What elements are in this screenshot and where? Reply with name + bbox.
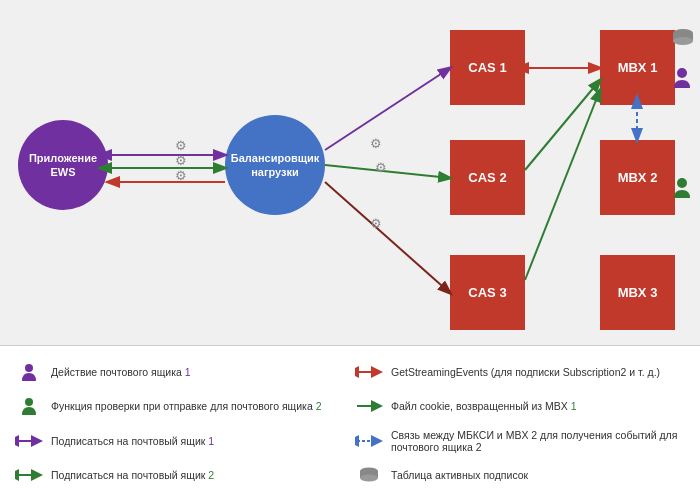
svg-point-3 [677,68,687,78]
legend-icon-red-bidir [355,366,383,378]
cas1-box: CAS 1 [450,30,525,105]
legend-text-2: Функция проверки при отправке для почтов… [51,400,322,412]
mbx2-box: MBX 2 [600,140,675,215]
legend-text-8: Таблица активных подписок [391,469,528,481]
mbx3-box: MBX 3 [600,255,675,330]
svg-text:⚙: ⚙ [370,136,382,151]
legend-item-2: Функция проверки при отправке для почтов… [15,390,345,422]
person-purple-icon [674,68,690,84]
svg-line-11 [325,68,450,150]
svg-point-4 [677,178,687,188]
svg-point-30 [360,474,378,481]
svg-text:⚙: ⚙ [375,160,387,175]
legend-icon-green-bidir [15,469,43,481]
mbx1-box: MBX 1 [600,30,675,105]
cas2-box: CAS 2 [450,140,525,215]
legend-icon-green-right [355,400,383,412]
legend-item-7: Связь между МБКСИ и MBX 2 для получения … [355,425,685,457]
legend-text-3: Подписаться на почтовый ящик 1 [51,435,214,447]
svg-line-18 [525,80,600,170]
legend-icon-person-purple [15,363,43,381]
legend-text-7: Связь между МБКСИ и MBX 2 для получения … [391,429,685,453]
person-green-icon [674,178,690,194]
legend-item-6: Файл cookie, возвращенный из MBX 1 [355,390,685,422]
svg-text:⚙: ⚙ [175,168,187,183]
svg-line-19 [525,90,600,280]
app-node: Приложение EWS [18,120,108,210]
legend-area: Действие почтового ящика 1 GetStreamingE… [0,345,700,501]
diagram-area: Приложение EWS Балансировщикнагрузки CAS… [0,0,700,345]
legend-item-8: Таблица активных подписок [355,459,685,491]
legend-text-6: Файл cookie, возвращенный из MBX 1 [391,400,577,412]
svg-line-12 [325,165,450,178]
legend-item-1: Действие почтового ящика 1 [15,356,345,388]
legend-text-1: Действие почтового ящика 1 [51,366,191,378]
svg-point-2 [673,37,693,45]
svg-line-13 [325,182,450,293]
legend-item-4: Подписаться на почтовый ящик 2 [15,459,345,491]
legend-text-4: Подписаться на почтовый ящик 2 [51,469,214,481]
svg-point-21 [25,364,33,372]
svg-point-23 [25,398,33,406]
legend-item-3: Подписаться на почтовый ящик 1 [15,425,345,457]
legend-icon-blue-dashed [355,435,383,447]
legend-icon-person-green [15,397,43,415]
cas3-box: CAS 3 [450,255,525,330]
svg-text:⚙: ⚙ [370,216,382,231]
svg-text:⚙: ⚙ [175,153,187,168]
database-icon [672,28,694,48]
legend-item-5: GetStreamingEvents (для подписки Subscri… [355,356,685,388]
svg-text:⚙: ⚙ [175,138,187,153]
balancer-node: Балансировщикнагрузки [225,115,325,215]
legend-icon-database [355,467,383,483]
legend-text-5: GetStreamingEvents (для подписки Subscri… [391,366,660,378]
legend-icon-purple-bidir [15,435,43,447]
